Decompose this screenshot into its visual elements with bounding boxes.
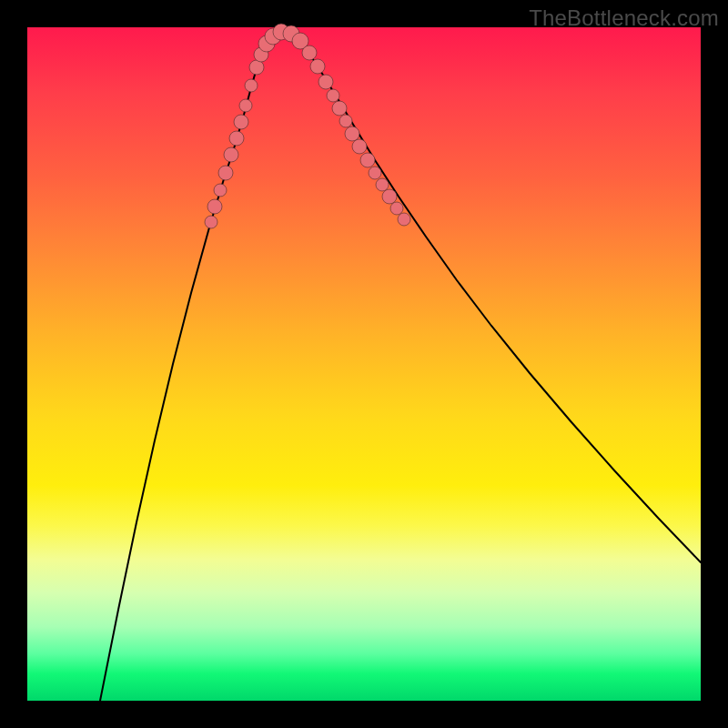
chart-plot-area (27, 27, 701, 701)
data-marker (339, 115, 352, 127)
data-marker (369, 167, 381, 179)
data-marker (352, 139, 367, 154)
data-marker (302, 46, 317, 60)
data-marker (318, 75, 333, 89)
data-marker (205, 216, 217, 228)
chart-svg (27, 27, 701, 701)
data-marker (327, 89, 339, 102)
data-marker (382, 189, 397, 204)
data-marker (376, 178, 389, 191)
curve-left-curve (100, 31, 282, 701)
data-marker (224, 147, 238, 162)
data-marker (332, 101, 347, 116)
data-marker (207, 199, 222, 214)
data-marker (218, 166, 233, 180)
data-marker (234, 115, 248, 129)
data-marker (239, 99, 252, 112)
curve-group (100, 31, 701, 701)
data-marker (229, 131, 244, 146)
data-marker (245, 79, 258, 92)
data-marker (249, 60, 264, 75)
data-marker (345, 126, 359, 141)
marker-group (205, 24, 410, 228)
data-marker (310, 59, 325, 74)
data-marker (214, 184, 227, 197)
data-marker (390, 202, 403, 215)
data-marker (398, 213, 410, 226)
watermark-text: TheBottleneck.com (529, 5, 719, 31)
data-marker (360, 153, 375, 167)
